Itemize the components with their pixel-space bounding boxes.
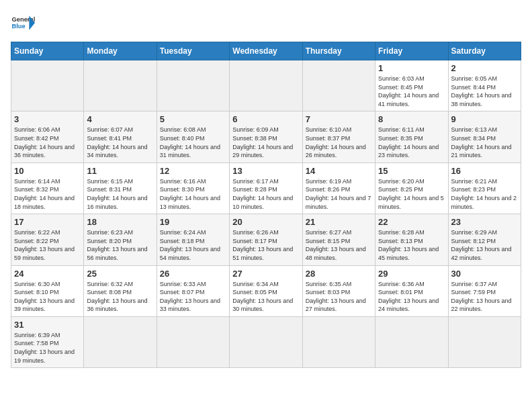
calendar-cell: 16Sunrise: 6:21 AM Sunset: 8:23 PM Dayli…: [448, 163, 521, 214]
day-number: 17: [14, 217, 81, 227]
calendar-header-row: SundayMondayTuesdayWednesdayThursdayFrid…: [11, 42, 521, 60]
day-info: Sunrise: 6:10 AM Sunset: 8:37 PM Dayligh…: [306, 126, 372, 159]
day-number: 11: [87, 166, 153, 176]
day-number: 1: [378, 63, 445, 73]
calendar-week-0: 1Sunrise: 6:03 AM Sunset: 8:45 PM Daylig…: [11, 60, 521, 111]
logo-icon: General Blue: [11, 11, 35, 35]
calendar-cell: 22Sunrise: 6:28 AM Sunset: 8:13 PM Dayli…: [375, 214, 448, 265]
calendar-cell: [302, 316, 375, 367]
page-header: General Blue: [11, 11, 521, 35]
day-info: Sunrise: 6:27 AM Sunset: 8:15 PM Dayligh…: [306, 228, 372, 262]
calendar-cell: 11Sunrise: 6:15 AM Sunset: 8:31 PM Dayli…: [84, 163, 157, 214]
calendar-week-5: 31Sunrise: 6:39 AM Sunset: 7:58 PM Dayli…: [11, 316, 521, 367]
calendar-cell: [11, 60, 84, 111]
day-number: 21: [306, 217, 372, 227]
day-info: Sunrise: 6:08 AM Sunset: 8:40 PM Dayligh…: [160, 126, 226, 159]
calendar-cell: 1Sunrise: 6:03 AM Sunset: 8:45 PM Daylig…: [375, 60, 448, 111]
calendar-cell: 7Sunrise: 6:10 AM Sunset: 8:37 PM Daylig…: [302, 111, 375, 163]
day-info: Sunrise: 6:20 AM Sunset: 8:25 PM Dayligh…: [378, 177, 445, 211]
day-info: Sunrise: 6:28 AM Sunset: 8:13 PM Dayligh…: [378, 228, 445, 262]
calendar-cell: 26Sunrise: 6:33 AM Sunset: 8:07 PM Dayli…: [157, 265, 229, 316]
day-info: Sunrise: 6:09 AM Sunset: 8:38 PM Dayligh…: [232, 126, 299, 159]
calendar-cell: 10Sunrise: 6:14 AM Sunset: 8:32 PM Dayli…: [11, 163, 84, 214]
day-info: Sunrise: 6:15 AM Sunset: 8:31 PM Dayligh…: [87, 177, 153, 211]
day-number: 22: [378, 217, 445, 227]
calendar-cell: 12Sunrise: 6:16 AM Sunset: 8:30 PM Dayli…: [157, 163, 229, 214]
logo: General Blue: [11, 11, 35, 35]
day-info: Sunrise: 6:16 AM Sunset: 8:30 PM Dayligh…: [160, 177, 226, 211]
calendar-cell: [84, 60, 157, 111]
calendar-cell: 31Sunrise: 6:39 AM Sunset: 7:58 PM Dayli…: [11, 316, 84, 367]
day-info: Sunrise: 6:24 AM Sunset: 8:18 PM Dayligh…: [160, 228, 226, 262]
calendar-cell: [448, 316, 521, 367]
calendar-cell: 29Sunrise: 6:36 AM Sunset: 8:01 PM Dayli…: [375, 265, 448, 316]
day-number: 24: [14, 269, 81, 279]
calendar-cell: 24Sunrise: 6:30 AM Sunset: 8:10 PM Dayli…: [11, 265, 84, 316]
day-number: 6: [232, 114, 299, 124]
day-number: 30: [451, 269, 518, 279]
day-info: Sunrise: 6:03 AM Sunset: 8:45 PM Dayligh…: [378, 75, 445, 108]
calendar-cell: 18Sunrise: 6:23 AM Sunset: 8:20 PM Dayli…: [84, 214, 157, 265]
calendar-cell: 21Sunrise: 6:27 AM Sunset: 8:15 PM Dayli…: [302, 214, 375, 265]
day-info: Sunrise: 6:29 AM Sunset: 8:12 PM Dayligh…: [451, 228, 518, 262]
weekday-header-sunday: Sunday: [11, 42, 84, 60]
day-number: 10: [14, 166, 81, 176]
calendar-cell: [230, 316, 302, 367]
calendar-cell: 8Sunrise: 6:11 AM Sunset: 8:35 PM Daylig…: [375, 111, 448, 163]
day-number: 25: [87, 269, 153, 279]
calendar-cell: 20Sunrise: 6:26 AM Sunset: 8:17 PM Dayli…: [230, 214, 302, 265]
day-number: 8: [378, 114, 445, 124]
calendar-cell: 28Sunrise: 6:35 AM Sunset: 8:03 PM Dayli…: [302, 265, 375, 316]
day-number: 4: [87, 114, 153, 124]
day-number: 28: [306, 269, 372, 279]
day-info: Sunrise: 6:32 AM Sunset: 8:08 PM Dayligh…: [87, 280, 153, 314]
calendar-cell: 9Sunrise: 6:13 AM Sunset: 8:34 PM Daylig…: [448, 111, 521, 163]
calendar-cell: 19Sunrise: 6:24 AM Sunset: 8:18 PM Dayli…: [157, 214, 229, 265]
calendar-cell: 2Sunrise: 6:05 AM Sunset: 8:44 PM Daylig…: [448, 60, 521, 111]
day-number: 20: [232, 217, 299, 227]
calendar-cell: [375, 316, 448, 367]
day-info: Sunrise: 6:17 AM Sunset: 8:28 PM Dayligh…: [232, 177, 299, 211]
calendar-cell: 15Sunrise: 6:20 AM Sunset: 8:25 PM Dayli…: [375, 163, 448, 214]
day-number: 19: [160, 217, 226, 227]
day-number: 3: [14, 114, 81, 124]
calendar-cell: 4Sunrise: 6:07 AM Sunset: 8:41 PM Daylig…: [84, 111, 157, 163]
day-number: 7: [306, 114, 372, 124]
day-number: 27: [232, 269, 299, 279]
day-info: Sunrise: 6:36 AM Sunset: 8:01 PM Dayligh…: [378, 280, 445, 314]
calendar-cell: [302, 60, 375, 111]
calendar-cell: 27Sunrise: 6:34 AM Sunset: 8:05 PM Dayli…: [230, 265, 302, 316]
calendar-cell: 17Sunrise: 6:22 AM Sunset: 8:22 PM Dayli…: [11, 214, 84, 265]
weekday-header-monday: Monday: [84, 42, 157, 60]
calendar-cell: 14Sunrise: 6:19 AM Sunset: 8:26 PM Dayli…: [302, 163, 375, 214]
calendar-cell: 5Sunrise: 6:08 AM Sunset: 8:40 PM Daylig…: [157, 111, 229, 163]
calendar-cell: 25Sunrise: 6:32 AM Sunset: 8:08 PM Dayli…: [84, 265, 157, 316]
calendar-week-2: 10Sunrise: 6:14 AM Sunset: 8:32 PM Dayli…: [11, 163, 521, 214]
calendar-cell: 6Sunrise: 6:09 AM Sunset: 8:38 PM Daylig…: [230, 111, 302, 163]
svg-text:Blue: Blue: [11, 23, 25, 30]
day-info: Sunrise: 6:19 AM Sunset: 8:26 PM Dayligh…: [306, 177, 372, 211]
day-info: Sunrise: 6:11 AM Sunset: 8:35 PM Dayligh…: [378, 126, 445, 159]
day-number: 15: [378, 166, 445, 176]
day-number: 29: [378, 269, 445, 279]
day-info: Sunrise: 6:34 AM Sunset: 8:05 PM Dayligh…: [232, 280, 299, 314]
calendar-cell: 30Sunrise: 6:37 AM Sunset: 7:59 PM Dayli…: [448, 265, 521, 316]
calendar-cell: [157, 316, 229, 367]
calendar-week-3: 17Sunrise: 6:22 AM Sunset: 8:22 PM Dayli…: [11, 214, 521, 265]
day-info: Sunrise: 6:21 AM Sunset: 8:23 PM Dayligh…: [451, 177, 518, 211]
day-number: 16: [451, 166, 518, 176]
calendar-cell: 13Sunrise: 6:17 AM Sunset: 8:28 PM Dayli…: [230, 163, 302, 214]
calendar-cell: [230, 60, 302, 111]
day-info: Sunrise: 6:39 AM Sunset: 7:58 PM Dayligh…: [14, 331, 81, 365]
weekday-header-thursday: Thursday: [302, 42, 375, 60]
day-info: Sunrise: 6:13 AM Sunset: 8:34 PM Dayligh…: [451, 126, 518, 159]
day-number: 31: [14, 320, 81, 330]
day-info: Sunrise: 6:07 AM Sunset: 8:41 PM Dayligh…: [87, 126, 153, 159]
calendar-body: 1Sunrise: 6:03 AM Sunset: 8:45 PM Daylig…: [11, 60, 521, 368]
weekday-header-saturday: Saturday: [448, 42, 521, 60]
calendar-cell: [84, 316, 157, 367]
day-number: 12: [160, 166, 226, 176]
day-info: Sunrise: 6:23 AM Sunset: 8:20 PM Dayligh…: [87, 228, 153, 262]
day-info: Sunrise: 6:05 AM Sunset: 8:44 PM Dayligh…: [451, 75, 518, 108]
day-number: 2: [451, 63, 518, 73]
